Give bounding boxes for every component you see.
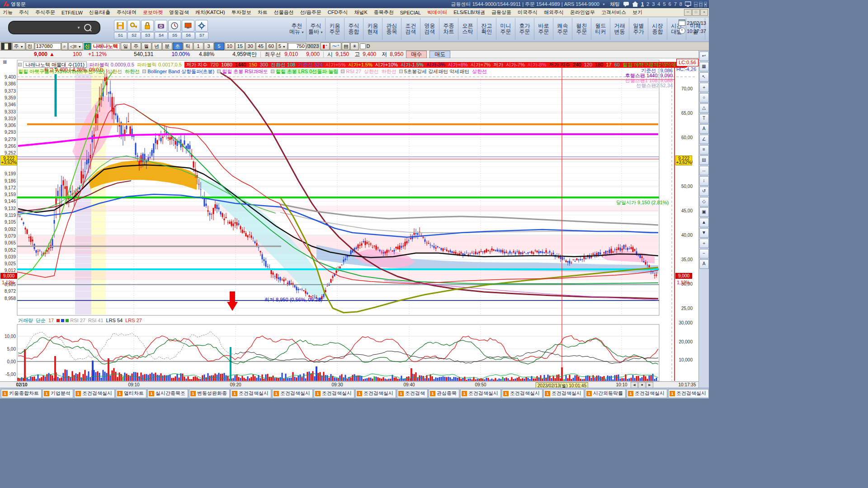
chart-canvas[interactable] <box>0 0 709 399</box>
lc-value: LC:0,56 <box>676 59 698 66</box>
zoom-out-button[interactable]: − <box>699 249 709 258</box>
indicator-bullet-icon <box>399 70 403 73</box>
tab-badge: 1 <box>586 391 592 396</box>
angle-tool-button[interactable]: ∠ <box>699 135 709 144</box>
sub-indicator-label: RSI 27 <box>70 318 85 323</box>
indicator-token: 하한선 <box>125 69 140 74</box>
sub-left-axis-label: 0,00 <box>0 359 16 364</box>
lines-tool-button[interactable]: ≡ <box>699 145 709 155</box>
bottom-tab-변동성완화종[interactable]: 1변동성완화종 <box>189 389 230 398</box>
high-annotation: 최고 9,400 (-4,26%, 09:07) <box>44 66 103 73</box>
bottom-tab-조건검색실시[interactable]: 1조건검색실시 <box>668 389 709 398</box>
bottom-tab-관심종목[interactable]: 1관심종목 <box>429 389 459 398</box>
back-button[interactable]: ↩ <box>699 52 709 61</box>
indicator-token: 5초봉강세 강세패턴 약세패턴 <box>404 69 469 74</box>
right-axis-label: 25,00 <box>677 306 693 311</box>
indicator-bullet-icon <box>18 63 22 66</box>
scroll-right-button[interactable]: ▶ <box>646 382 653 388</box>
indicator-token: 저가 지수 <box>549 62 570 67</box>
left-axis-label: 9,039 <box>0 254 16 259</box>
hc-value: HC:-4,26 <box>676 66 698 72</box>
x-axis-tick: 09:10 <box>128 382 139 387</box>
indicator-token: 힐힐 초봉 LRS 0선돌파 눌림 <box>276 69 339 74</box>
indicator-token: 시가+10% <box>375 62 398 67</box>
bottom-tab-조건검색실시[interactable]: 1조건검색실시 <box>502 389 542 398</box>
left-gutter-grid-icon[interactable]: ▦ <box>3 59 7 64</box>
auto-scale-button[interactable]: A <box>699 259 709 269</box>
indicator-token: 힐힐 초봉 RSI과매도 <box>222 69 268 74</box>
annotation-button[interactable]: A <box>699 124 709 134</box>
h-expand-button[interactable]: ↔ <box>699 166 709 175</box>
bottom-tab-조건검색실시[interactable]: 1조건검색실시 <box>314 389 354 398</box>
tab-badge: 1 <box>117 391 123 396</box>
marker-tool-button[interactable]: ◇ <box>699 197 709 206</box>
circle-draw-button[interactable]: ○ <box>699 93 709 103</box>
bottom-tab-기업분석[interactable]: 1기업분석 <box>42 389 73 398</box>
tab-badge: 1 <box>232 391 237 396</box>
scroll-left-button[interactable]: ◀ <box>631 382 638 388</box>
cursor-button[interactable]: ↖ <box>699 72 709 82</box>
indicator-token: 120 <box>584 62 592 67</box>
x-axis-tick: 09:20 <box>230 382 241 387</box>
bottom-tab-조건검색실시[interactable]: 1조건검색실시 <box>460 389 501 398</box>
left-current-price-box: 9,000 <box>0 273 17 279</box>
indicator-token: 240 <box>573 62 581 67</box>
tab-badge: 1 <box>2 391 8 396</box>
right-axis-label: 40,00 <box>677 233 693 238</box>
tab-label: 조건검색실시 <box>676 390 706 397</box>
reset-button[interactable]: ↺ <box>699 187 709 196</box>
bottom-tab-조건검색[interactable]: 1조건검색 <box>397 389 428 398</box>
indicator-bullet-icon <box>271 70 274 73</box>
left-axis-label: 9,052 <box>0 248 16 253</box>
indicator-token: 1080 <box>221 62 232 67</box>
triangle-draw-button[interactable]: △ <box>699 103 709 113</box>
bottom-tab-조건검색실시[interactable]: 1조건검색실시 <box>543 389 584 398</box>
indicator-token: 상한선 <box>472 69 487 74</box>
bottom-tab-조건검색실시[interactable]: 1조건검색실시 <box>355 389 396 398</box>
indicator-token: 180 <box>595 62 603 67</box>
bottom-tab-조건검색실시[interactable]: 1조건검색실시 <box>272 389 313 398</box>
left-axis-label: 8,972 <box>0 289 16 294</box>
v-expand-button[interactable]: ↕ <box>699 176 709 186</box>
tab-label: 시간외등락률 <box>593 390 623 397</box>
right-axis-label: 70,00 <box>677 86 693 91</box>
indicator-token: 시가+5% <box>326 62 345 67</box>
left-axis-label: 9,079 <box>0 234 16 239</box>
bottom-tab-조건검색실시[interactable]: 1조건검색실시 <box>74 389 115 398</box>
x-axis-row: 02/1009:1009:2009:3009:4009:502023/02/13… <box>0 381 698 388</box>
legend-chip <box>66 319 69 322</box>
scroll-down-button[interactable]: ▼ <box>699 228 709 238</box>
bottom-tab-실시간종목조[interactable]: 1실시간종목조 <box>147 389 188 398</box>
left-axis-label: 9,186 <box>0 178 16 183</box>
left-axis-label: 9,132 <box>0 206 16 211</box>
bottom-tab-조건검색실시[interactable]: 1조건검색실시 <box>627 389 667 398</box>
sub-indicator-label: LRS 54 <box>106 318 123 323</box>
ichimoku-value-line: 선행스팬2 52,34 <box>625 83 673 88</box>
stop-button[interactable]: ■ <box>638 382 646 388</box>
bottom-tab-키움종합차트[interactable]: 1키움종합차트 <box>1 389 42 398</box>
left-axis-label: 9,252 <box>0 150 16 155</box>
scroll-up-button[interactable]: ▲ <box>699 218 709 227</box>
tab-label: 조건검색실시 <box>280 390 310 397</box>
left-axis-label: 8,958 <box>0 296 16 301</box>
sub-right-axis-label: 20,000 <box>677 339 693 344</box>
bottom-tab-멀티차트[interactable]: 1멀티차트 <box>116 389 146 398</box>
bottom-tab-시간외등락률[interactable]: 1시간외등락률 <box>585 389 626 398</box>
crosshair-button[interactable]: ＋ <box>699 83 709 92</box>
zoom-in-button[interactable]: ＋ <box>699 239 709 248</box>
grid-button[interactable]: ▦ <box>699 62 709 71</box>
indicator-token: 300 <box>260 62 268 67</box>
x-axis-tools: ◀■▶ <box>631 382 654 388</box>
legend-chip <box>61 319 64 322</box>
pattern-tool-button[interactable]: ▤ <box>699 155 709 165</box>
right-high-price-box: 9,222+3,62% <box>675 155 692 165</box>
right-current-price-box: 9,000 <box>675 273 692 279</box>
tab-label: 기업분석 <box>51 390 71 397</box>
bottom-tab-조건검색실시[interactable]: 1조건검색실시 <box>231 389 271 398</box>
x-axis-end-time: 10:17:35 <box>679 382 696 387</box>
sub-left-axis-label: 10,00 <box>0 334 16 339</box>
indicator-token: Bollinger Band 상향돌파(초봉) <box>147 69 214 74</box>
text-tool-button[interactable]: T <box>699 114 709 123</box>
tab-badge: 1 <box>149 391 154 396</box>
panel-tool-button[interactable]: ▣ <box>699 207 709 217</box>
